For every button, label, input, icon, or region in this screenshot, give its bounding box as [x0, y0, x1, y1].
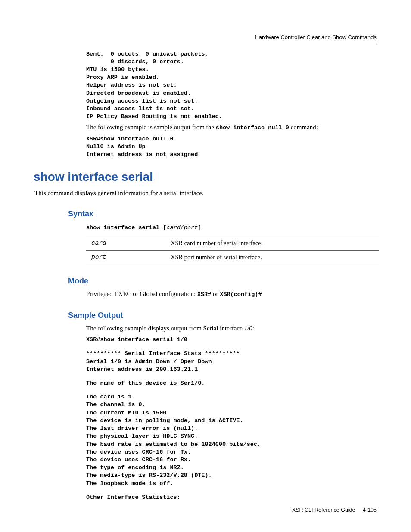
- mode-heading: Mode: [68, 276, 377, 286]
- syntax-arg-port: port: [184, 224, 198, 231]
- page: Hardware Controller Clear and Show Comma…: [0, 0, 411, 532]
- table-row: card XSR card number of serial interface…: [86, 236, 379, 250]
- code-block-top: Sent: 0 octets, 0 unicast packets, 0 dis…: [86, 50, 377, 121]
- syntax-slash: /: [181, 224, 184, 231]
- param-desc: XSR card number of serial interface.: [165, 236, 379, 250]
- footer-page: 4-105: [363, 507, 377, 513]
- sample-body: The following example displays output fr…: [86, 324, 377, 501]
- syntax-section: Syntax show interface serial [card/port]…: [68, 208, 377, 264]
- sample-para-tail: :: [252, 325, 254, 332]
- sample-code4: The card is 1. The channel is 0. The cur…: [86, 393, 377, 488]
- sample-code3: The name of this device is Ser1/0.: [86, 380, 377, 387]
- top-para-cmd: show interface null 0: [216, 124, 289, 131]
- code-block-null: XSR#show interface null 0 Null0 is Admin…: [86, 135, 377, 159]
- top-content-block: Sent: 0 octets, 0 unicast packets, 0 dis…: [86, 50, 377, 159]
- sample-code5: Other Interface Statistics:: [86, 494, 377, 501]
- mode-code2: XSR(config)#: [220, 291, 262, 298]
- param-key: card: [86, 236, 165, 250]
- mode-para: Privileged EXEC or Global configuration:…: [86, 289, 377, 299]
- param-key: port: [86, 250, 165, 264]
- syntax-bracket-close: ]: [198, 224, 201, 231]
- syntax-heading: Syntax: [68, 208, 377, 219]
- section-desc: This command displays general informatio…: [34, 189, 377, 197]
- sample-para-lead: The following example displays output fr…: [86, 325, 244, 332]
- top-rule: [34, 44, 377, 44]
- syntax-body: show interface serial [card/port] card X…: [86, 223, 377, 264]
- top-para-tail: command:: [289, 124, 318, 131]
- table-row: port XSR port number of serial interface…: [86, 250, 379, 264]
- mode-or: or: [211, 290, 220, 297]
- sample-para-em: 1/0: [244, 325, 252, 332]
- mode-section: Mode Privileged EXEC or Global configura…: [68, 276, 377, 299]
- sample-code1: XSR#show interface serial 1/0: [86, 336, 377, 344]
- syntax-arg-card: card: [166, 224, 180, 231]
- syntax-cmd: show interface serial: [86, 224, 163, 231]
- mode-lead: Privileged EXEC or Global configuration:: [86, 290, 197, 297]
- sample-code2: ********** Serial Interface Stats ******…: [86, 350, 377, 373]
- sample-section: Sample Output The following example disp…: [68, 310, 377, 501]
- footer: XSR CLI Reference Guide 4-105: [292, 507, 377, 514]
- running-head: Hardware Controller Clear and Show Comma…: [34, 34, 377, 41]
- sample-para: The following example displays output fr…: [86, 324, 377, 333]
- top-para: The following example is sample output f…: [86, 123, 377, 132]
- sample-heading: Sample Output: [68, 310, 377, 320]
- param-desc: XSR port number of serial interface.: [165, 250, 379, 264]
- syntax-line: show interface serial [card/port]: [86, 223, 377, 232]
- params-table: card XSR card number of serial interface…: [86, 236, 379, 264]
- top-para-lead: The following example is sample output f…: [86, 124, 216, 131]
- table-row-end: [86, 264, 379, 265]
- section-heading: show interface serial: [34, 169, 377, 185]
- mode-code1: XSR#: [197, 291, 211, 298]
- footer-book: XSR CLI Reference Guide: [292, 507, 355, 513]
